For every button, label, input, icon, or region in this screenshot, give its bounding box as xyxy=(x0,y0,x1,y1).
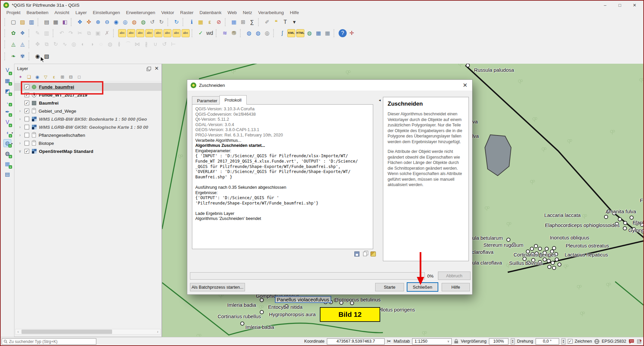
add-virtual-layer-icon[interactable]: V+ xyxy=(3,118,11,126)
horizontal-scrollbar[interactable]: ‹ › xyxy=(15,329,161,335)
deselect-all-icon[interactable]: ⊘ xyxy=(215,18,223,26)
select-features-icon[interactable]: ▦ xyxy=(197,18,205,26)
add-delimited-text-icon[interactable]: ,+ xyxy=(3,98,11,106)
menu-bearbeiten[interactable]: Bearbeiten xyxy=(23,10,51,15)
fill-ring-icon[interactable]: ◑ xyxy=(88,40,96,48)
label-change-icon[interactable]: abc xyxy=(163,29,171,37)
manage-map-themes-icon[interactable]: ◉ xyxy=(34,74,41,80)
menu-vektor[interactable]: Vektor xyxy=(158,10,177,15)
toolbar-separator[interactable] xyxy=(4,18,7,26)
expand-all-icon[interactable]: ⊞ xyxy=(59,74,66,80)
layer-checkbox[interactable]: ✓ xyxy=(24,84,29,89)
label-rotate-icon[interactable]: abc xyxy=(154,29,162,37)
toolbar-separator[interactable] xyxy=(216,29,219,37)
new-project-icon[interactable]: ▢ xyxy=(9,18,17,26)
coordinate-input[interactable]: 473567.9,5397463.7 xyxy=(327,338,385,345)
menu-layer[interactable]: Layer xyxy=(72,10,90,15)
kml-export-icon[interactable]: KML xyxy=(287,29,295,37)
zoom-native-icon[interactable]: ◉ xyxy=(112,18,120,26)
layer-row-pflanzengesellschaften[interactable]: › Pflanzengesellschaften xyxy=(14,131,161,139)
zoom-out-icon[interactable]: ⊖ xyxy=(103,18,111,26)
copy-features-icon[interactable]: ⧉ xyxy=(85,29,93,37)
pan-map-icon[interactable]: ✥ xyxy=(76,18,84,26)
chevron-down-icon[interactable]: ▼ xyxy=(11,132,13,134)
search-input[interactable] xyxy=(9,339,94,344)
filter-legend-icon[interactable]: ▽ xyxy=(42,74,49,80)
layout-manager-icon[interactable]: ◧ xyxy=(61,18,69,26)
open-attribute-table-icon[interactable]: ▦ xyxy=(230,18,238,26)
plugin-vector-b-icon[interactable]: ❖ xyxy=(18,29,27,37)
crs-code[interactable]: EPSG:25832 xyxy=(602,339,626,344)
menu-einstellungen[interactable]: Einstellungen xyxy=(90,10,123,15)
text-annotation-icon[interactable]: T xyxy=(281,18,289,26)
zoom-in-icon[interactable]: ⊕ xyxy=(94,18,102,26)
copy-move-feature-icon[interactable]: ⧉ xyxy=(43,40,51,48)
crs-globe-icon[interactable] xyxy=(594,339,599,344)
rotation-stepper[interactable]: ▲▼ xyxy=(561,338,565,345)
layer-checkbox[interactable]: ✓ xyxy=(24,109,29,113)
layer-checkbox[interactable]: ✓ xyxy=(24,101,29,105)
toolbar-separator[interactable] xyxy=(4,52,7,60)
move-feature-icon[interactable]: ✥ xyxy=(34,40,42,48)
render-checkbox[interactable]: ✓ xyxy=(568,339,573,344)
layer-checkbox[interactable]: ✓ xyxy=(24,93,29,97)
menu-projekt[interactable]: Projekt xyxy=(3,10,23,15)
toolbar-separator[interactable] xyxy=(167,18,170,26)
label-add-icon[interactable]: abc xyxy=(127,29,135,37)
add-vector-layer-icon[interactable]: V+ xyxy=(3,66,11,74)
layer-checkbox[interactable] xyxy=(24,133,29,137)
metasearch-a-icon[interactable]: ◍ xyxy=(245,29,253,37)
camera-import-icon[interactable]: ◉ xyxy=(34,52,42,60)
zoom-full-icon[interactable]: ◎ xyxy=(121,18,129,26)
task-indicator-icon[interactable] xyxy=(637,339,642,344)
remove-layer-icon[interactable]: □ xyxy=(76,74,83,80)
toolbar-separator[interactable] xyxy=(53,29,56,37)
identify-features-icon[interactable]: ℹ xyxy=(188,18,196,26)
add-ring-icon[interactable]: ◎ xyxy=(70,40,78,48)
log-messages-icon[interactable] xyxy=(629,339,634,344)
georeferencer-a-icon[interactable]: ❧ xyxy=(9,52,17,60)
toolbar-separator[interactable] xyxy=(71,18,74,26)
label-pin-icon[interactable]: abc xyxy=(118,29,126,37)
copy-log-icon[interactable] xyxy=(363,252,367,256)
locator-search[interactable] xyxy=(2,338,96,345)
cut-features-icon[interactable]: ✂ xyxy=(76,29,84,37)
extents-icon[interactable]: ✂ xyxy=(387,338,391,344)
menu-raster[interactable]: Raster xyxy=(177,10,197,15)
menu-verarbeitung[interactable]: Verarbeitung xyxy=(255,10,287,15)
print-layout-icon[interactable]: ▤ xyxy=(43,18,51,26)
toolbar-separator[interactable] xyxy=(183,18,186,26)
metasearch-c-icon[interactable]: ◎ xyxy=(263,29,271,37)
trim-extend-icon[interactable]: ⊢ xyxy=(169,40,178,48)
expander-icon[interactable]: › xyxy=(18,125,22,129)
rotate-point-symbols-icon[interactable]: ↺ xyxy=(160,40,168,48)
toolbar-separator[interactable] xyxy=(29,40,32,48)
reshape-features-icon[interactable]: ⌒ xyxy=(124,40,132,48)
expander-icon[interactable]: › xyxy=(18,133,22,137)
annotation-menu-icon[interactable]: ▾ xyxy=(290,18,298,26)
menu-web[interactable]: Web xyxy=(225,10,240,15)
layer-checkbox[interactable]: ✓ xyxy=(24,149,29,154)
label-move-icon[interactable]: abc xyxy=(145,29,153,37)
scrollbar-thumb[interactable] xyxy=(21,330,112,334)
pan-to-selection-icon[interactable]: ✜ xyxy=(85,18,93,26)
expander-icon[interactable]: ∨ xyxy=(18,149,22,154)
expander-icon[interactable]: › xyxy=(18,117,22,121)
toolbar-separator[interactable] xyxy=(113,29,116,37)
collapse-help-icon[interactable]: ◄ xyxy=(378,99,381,102)
delete-part-icon[interactable]: ◍ xyxy=(106,40,114,48)
tab-parameter[interactable]: Parameter xyxy=(192,96,222,105)
layer-row-wms-bk50[interactable]: › WMS LGRB-BW BK50: Bodenkarte 1 : 50 00… xyxy=(14,115,161,123)
simplify-feature-icon[interactable]: ∿ xyxy=(61,40,69,48)
scale-combo[interactable]: 1:1250 ∨ xyxy=(412,338,452,345)
image-region-select-icon[interactable]: ▧ xyxy=(43,52,51,60)
statistics-sum-icon[interactable]: ∑ xyxy=(248,18,256,26)
toolbar-separator[interactable] xyxy=(240,29,243,37)
html-export-icon[interactable]: HTML xyxy=(296,29,304,37)
layer-row-gebiet-und-wege[interactable]: › ✓ Gebiet_und_Wege xyxy=(14,107,161,115)
toolbar-separator[interactable] xyxy=(4,29,7,37)
python-console-icon[interactable]: ʃ xyxy=(278,29,286,37)
undo-edit-icon[interactable]: ↶ xyxy=(58,29,66,37)
grid-a-icon[interactable]: ▦ xyxy=(314,29,323,37)
paste-features-icon[interactable]: ▣ xyxy=(94,29,102,37)
